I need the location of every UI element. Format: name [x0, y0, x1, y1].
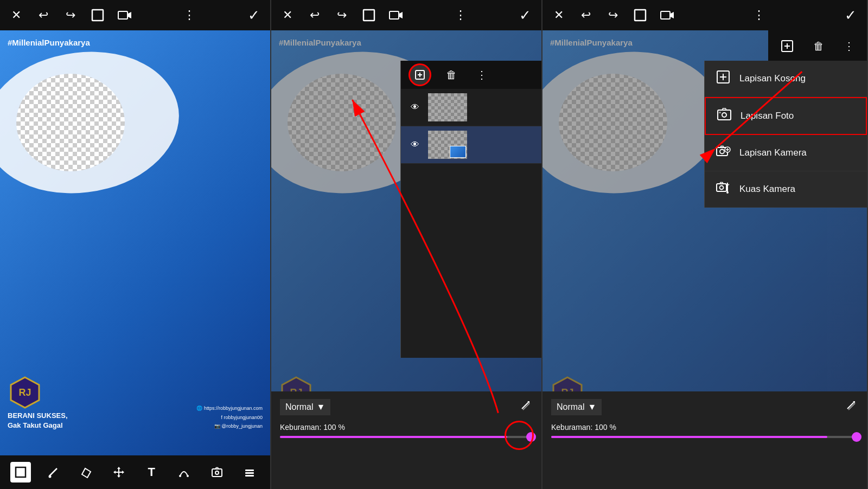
brush-tool-1[interactable]	[43, 462, 63, 482]
toolbar-3: ✕ ↩ ↪ ⋮ ✓	[542, 0, 867, 30]
svg-text:RJ: RJ	[18, 387, 31, 398]
opacity-slider-track-2[interactable]	[280, 436, 533, 438]
svg-rect-22	[363, 10, 374, 21]
dropdown-kuas-kamera[interactable]: Kuas Kamera	[705, 171, 867, 208]
panel-2: ✕ ↩ ↪ ⋮ ✓ #MillenialPunyakarya RJ BERANI…	[271, 0, 542, 489]
blend-row-3: Normal ▼	[551, 398, 858, 416]
layer-dots-2[interactable]: ⋮	[471, 65, 492, 85]
panel-1: ✕ ↩ ↪ ⋮ ✓ #MillenialPunyakarya RJ BERANI	[0, 0, 271, 489]
select-tool-1[interactable]	[10, 462, 31, 482]
svg-point-18	[215, 471, 219, 474]
svg-point-16	[187, 475, 189, 477]
transform-tool-1[interactable]	[174, 462, 194, 482]
delete-layer-btn-2[interactable]: 🗑	[441, 65, 462, 85]
close-icon-1[interactable]: ✕	[8, 7, 25, 24]
svg-rect-19	[245, 469, 254, 471]
svg-marker-13	[113, 471, 116, 474]
undo-icon-2[interactable]: ↩	[306, 7, 323, 24]
layer-dots-3[interactable]: ⋮	[839, 36, 859, 56]
lapisan-foto-icon	[717, 107, 732, 125]
redo-icon-1[interactable]: ↪	[62, 7, 79, 24]
layer-row-empty-2[interactable]: 👁	[401, 89, 541, 126]
close-icon-3[interactable]: ✕	[550, 7, 567, 24]
layer-bottom-3: Normal ▼ Keburaman: 100 %	[542, 391, 867, 489]
opacity-label-3: Keburaman: 100 %	[551, 423, 858, 432]
svg-point-71	[726, 191, 729, 194]
eye-icon-layer1-2[interactable]: 👁	[407, 102, 423, 112]
svg-rect-20	[245, 472, 254, 474]
eraser-tool-1[interactable]	[76, 462, 97, 482]
toolbar-1: ✕ ↩ ↪ ⋮ ✓	[0, 0, 270, 30]
logo-area-1: RJ	[8, 375, 42, 412]
layer-thumb-design-2	[428, 131, 467, 159]
check-icon-2[interactable]: ✓	[516, 7, 534, 24]
blend-mode-select-2[interactable]: Normal ▼	[280, 399, 330, 415]
opacity-slider-track-3[interactable]	[551, 436, 858, 438]
blend-row-2: Normal ▼	[280, 398, 533, 416]
move-tool-1[interactable]	[108, 462, 129, 482]
add-layer-btn-3[interactable]	[776, 35, 799, 57]
crop-icon-3[interactable]	[631, 7, 649, 24]
dots-icon-3[interactable]: ⋮	[750, 7, 768, 24]
layer-row-design-2[interactable]: 👁	[401, 126, 541, 164]
svg-marker-8	[82, 468, 91, 478]
redo-icon-3[interactable]: ↪	[604, 7, 622, 24]
hashtag-3: #MillenialPunyakarya	[550, 38, 633, 47]
berani-text-1: BERANI SUKSES, Gak Takut Gagal	[8, 411, 68, 430]
svg-rect-1	[118, 11, 127, 19]
blend-icon-2[interactable]	[518, 398, 533, 416]
design-content-1: #MillenialPunyakarya RJ BERANI SUKSES, G…	[0, 30, 270, 455]
hashtag-2: #MillenialPunyakarya	[279, 38, 361, 47]
lapisan-kamera-icon	[716, 144, 731, 162]
lapisan-foto-label: Lapisan Foto	[741, 111, 794, 121]
svg-point-69	[720, 186, 724, 190]
undo-icon-1[interactable]: ↩	[35, 7, 52, 24]
svg-point-15	[179, 475, 181, 477]
video-icon-1[interactable]	[116, 7, 133, 24]
delete-layer-btn-3[interactable]: 🗑	[808, 36, 829, 56]
dots-icon-2[interactable]: ⋮	[452, 7, 469, 24]
text-tool-1[interactable]: T	[141, 462, 162, 482]
lapisan-kosong-label: Lapisan Kosong	[739, 73, 806, 84]
svg-line-6	[49, 468, 57, 476]
kuas-kamera-icon	[716, 180, 731, 198]
dropdown-lapisan-kosong[interactable]: Lapisan Kosong	[705, 61, 867, 97]
blend-icon-3[interactable]	[843, 398, 858, 416]
layers-tool-1[interactable]	[239, 462, 260, 482]
svg-rect-49	[635, 10, 646, 21]
svg-rect-62	[719, 112, 721, 113]
checker-3	[559, 74, 667, 171]
redo-icon-2[interactable]: ↪	[333, 7, 350, 24]
svg-marker-11	[117, 467, 120, 469]
checker-2	[288, 74, 396, 171]
crop-icon-2[interactable]	[360, 7, 378, 24]
svg-point-64	[720, 150, 724, 154]
svg-rect-23	[390, 11, 399, 19]
dropdown-lapisan-foto[interactable]: Lapisan Foto	[705, 97, 867, 135]
hex-logo-1: RJ	[8, 375, 42, 410]
video-icon-3[interactable]	[659, 7, 676, 24]
lapisan-kosong-icon	[716, 69, 731, 88]
blend-mode-select-3[interactable]: Normal ▼	[551, 399, 602, 415]
svg-rect-50	[661, 11, 670, 19]
svg-point-7	[49, 475, 52, 478]
svg-rect-17	[212, 469, 222, 477]
crop-icon-1[interactable]	[89, 7, 106, 24]
opacity-slider-thumb-2[interactable]	[526, 432, 536, 442]
check-icon-1[interactable]: ✓	[245, 7, 263, 24]
svg-rect-60	[718, 110, 731, 120]
dropdown-lapisan-kamera[interactable]: Lapisan Kamera	[705, 135, 867, 171]
layer-bottom-2: Normal ▼ Keburaman: 100 %	[271, 391, 541, 489]
dots-icon-1[interactable]: ⋮	[181, 7, 198, 24]
photo-tool-1[interactable]	[207, 462, 227, 482]
opacity-label-2: Keburaman: 100 %	[280, 423, 533, 432]
eye-icon-layer2-2[interactable]: 👁	[407, 140, 423, 150]
undo-icon-3[interactable]: ↩	[577, 7, 595, 24]
opacity-slider-fill-3	[551, 436, 827, 438]
video-icon-2[interactable]	[387, 7, 405, 24]
kuas-kamera-label: Kuas Kamera	[739, 184, 795, 195]
check-icon-3[interactable]: ✓	[842, 7, 859, 24]
opacity-slider-thumb-3[interactable]	[852, 432, 861, 442]
add-layer-btn-2[interactable]	[409, 63, 431, 86]
close-icon-2[interactable]: ✕	[279, 7, 296, 24]
